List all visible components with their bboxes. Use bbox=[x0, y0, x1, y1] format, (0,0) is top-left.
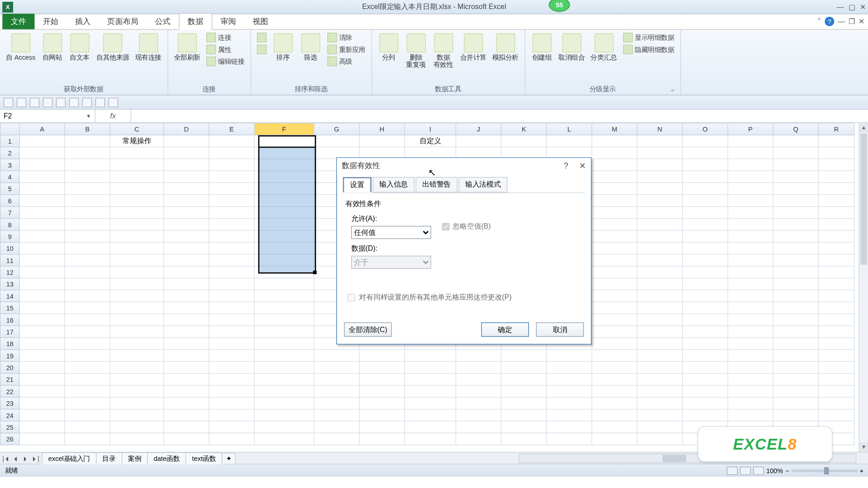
cell-R21[interactable] bbox=[818, 373, 854, 385]
cell-B9[interactable] bbox=[65, 230, 110, 242]
cell-A4[interactable] bbox=[19, 171, 65, 183]
cell-E5[interactable] bbox=[209, 183, 254, 194]
window-close2-icon[interactable]: ✕ bbox=[859, 17, 864, 25]
qat-icon-6[interactable] bbox=[69, 98, 79, 107]
cell-B7[interactable] bbox=[65, 206, 110, 218]
row-header-7[interactable]: 7 bbox=[0, 206, 19, 218]
cell-R19[interactable] bbox=[818, 350, 854, 361]
cell-L25[interactable] bbox=[547, 421, 592, 433]
row-header-4[interactable]: 4 bbox=[0, 171, 19, 183]
editlinks-button[interactable]: 编辑链接 bbox=[205, 56, 245, 67]
cell-R17[interactable] bbox=[818, 326, 854, 338]
cell-A22[interactable] bbox=[19, 385, 65, 397]
cell-A26[interactable] bbox=[19, 433, 65, 445]
cell-D12[interactable] bbox=[164, 266, 209, 278]
cell-A14[interactable] bbox=[19, 290, 65, 302]
window-min2-icon[interactable]: — bbox=[838, 17, 845, 25]
cell-C8[interactable] bbox=[110, 218, 164, 230]
cell-F6[interactable] bbox=[255, 195, 314, 206]
cell-A8[interactable] bbox=[19, 218, 65, 230]
cell-K20[interactable] bbox=[501, 361, 547, 373]
cell-L20[interactable] bbox=[547, 361, 592, 373]
cell-I21[interactable] bbox=[405, 373, 456, 385]
cell-D13[interactable] bbox=[164, 278, 209, 290]
row-header-18[interactable]: 18 bbox=[0, 338, 19, 349]
cell-Q15[interactable] bbox=[773, 302, 818, 314]
cell-N15[interactable] bbox=[637, 302, 682, 314]
cell-A6[interactable] bbox=[19, 195, 65, 206]
cell-P17[interactable] bbox=[728, 326, 773, 338]
cell-E24[interactable] bbox=[209, 409, 254, 421]
sheet-nav-last[interactable]: ⏵| bbox=[31, 455, 39, 462]
cell-C24[interactable] bbox=[110, 409, 164, 421]
cell-A2[interactable] bbox=[19, 147, 65, 159]
cell-G25[interactable] bbox=[314, 421, 359, 433]
cell-O7[interactable] bbox=[683, 206, 728, 218]
cell-F26[interactable] bbox=[255, 433, 314, 445]
cell-Q17[interactable] bbox=[773, 326, 818, 338]
row-header-6[interactable]: 6 bbox=[0, 195, 19, 206]
cell-D1[interactable] bbox=[164, 135, 209, 147]
dialog-tab-ime[interactable]: 输入法模式 bbox=[458, 177, 507, 192]
existing-conn-button[interactable]: 现有连接 bbox=[134, 32, 162, 62]
cell-R18[interactable] bbox=[818, 338, 854, 349]
cell-M3[interactable] bbox=[592, 159, 637, 171]
col-header-K[interactable]: K bbox=[501, 123, 547, 135]
cell-Q21[interactable] bbox=[773, 373, 818, 385]
col-header-R[interactable]: R bbox=[818, 123, 854, 135]
cell-A18[interactable] bbox=[19, 338, 65, 349]
row-header-14[interactable]: 14 bbox=[0, 290, 19, 302]
cell-Q8[interactable] bbox=[773, 218, 818, 230]
cell-R10[interactable] bbox=[818, 242, 854, 254]
cell-R1[interactable] bbox=[818, 135, 854, 147]
fx-icon[interactable]: fx bbox=[95, 110, 131, 122]
from-access-button[interactable]: 自 Access bbox=[5, 32, 37, 62]
cell-R5[interactable] bbox=[818, 183, 854, 194]
cell-J21[interactable] bbox=[456, 373, 501, 385]
cell-O13[interactable] bbox=[683, 278, 728, 290]
cell-Q14[interactable] bbox=[773, 290, 818, 302]
cell-F10[interactable] bbox=[255, 242, 314, 254]
cell-O8[interactable] bbox=[683, 218, 728, 230]
cell-P5[interactable] bbox=[728, 183, 773, 194]
cell-F21[interactable] bbox=[255, 373, 314, 385]
row-header-24[interactable]: 24 bbox=[0, 409, 19, 421]
col-header-B[interactable]: B bbox=[65, 123, 110, 135]
cell-N26[interactable] bbox=[637, 433, 682, 445]
cell-Q22[interactable] bbox=[773, 385, 818, 397]
cell-M25[interactable] bbox=[592, 421, 637, 433]
cell-D19[interactable] bbox=[164, 350, 209, 361]
cell-C12[interactable] bbox=[110, 266, 164, 278]
cell-C3[interactable] bbox=[110, 159, 164, 171]
cell-R11[interactable] bbox=[818, 254, 854, 266]
cell-E22[interactable] bbox=[209, 385, 254, 397]
dialog-close-icon[interactable]: ✕ bbox=[579, 160, 586, 170]
minimize-icon[interactable]: — bbox=[837, 3, 844, 11]
cell-A9[interactable] bbox=[19, 230, 65, 242]
cell-M14[interactable] bbox=[592, 290, 637, 302]
cell-M19[interactable] bbox=[592, 350, 637, 361]
cell-Q10[interactable] bbox=[773, 242, 818, 254]
cell-H23[interactable] bbox=[359, 397, 405, 409]
cell-P1[interactable] bbox=[728, 135, 773, 147]
cell-N23[interactable] bbox=[637, 397, 682, 409]
cell-P16[interactable] bbox=[728, 314, 773, 325]
tab-view[interactable]: 视图 bbox=[245, 14, 277, 29]
cell-P11[interactable] bbox=[728, 254, 773, 266]
cell-M23[interactable] bbox=[592, 397, 637, 409]
col-header-A[interactable]: A bbox=[19, 123, 65, 135]
col-header-H[interactable]: H bbox=[359, 123, 405, 135]
cell-G22[interactable] bbox=[314, 385, 359, 397]
cell-F19[interactable] bbox=[255, 350, 314, 361]
cell-I20[interactable] bbox=[405, 361, 456, 373]
row-header-25[interactable]: 25 bbox=[0, 421, 19, 433]
cell-P13[interactable] bbox=[728, 278, 773, 290]
help-icon[interactable]: ? bbox=[825, 17, 834, 26]
cell-P14[interactable] bbox=[728, 290, 773, 302]
cell-B17[interactable] bbox=[65, 326, 110, 338]
cell-M20[interactable] bbox=[592, 361, 637, 373]
from-other-button[interactable]: 自其他来源 bbox=[95, 32, 130, 62]
scroll-down-icon[interactable]: ▼ bbox=[859, 442, 868, 452]
cell-N21[interactable] bbox=[637, 373, 682, 385]
cell-Q12[interactable] bbox=[773, 266, 818, 278]
